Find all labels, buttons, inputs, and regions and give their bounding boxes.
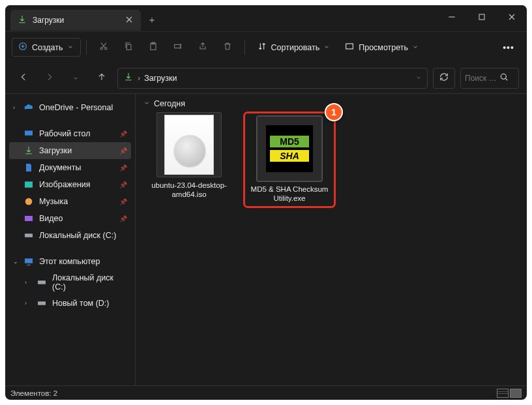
pin-icon: 📌 (119, 147, 127, 155)
svg-rect-15 (25, 258, 33, 263)
sort-button[interactable]: Сортировать (250, 38, 337, 56)
recent-button[interactable] (65, 68, 86, 89)
paste-icon (148, 41, 158, 54)
svg-rect-10 (25, 130, 33, 135)
disk-icon (23, 230, 34, 241)
disk-icon (37, 298, 47, 308)
up-button[interactable] (91, 68, 112, 89)
copy-button[interactable] (117, 37, 140, 58)
item-count: Элементов: 2 (10, 389, 57, 397)
status-bar: Элементов: 2 (5, 385, 527, 400)
chevron-down-icon[interactable] (415, 74, 422, 83)
music-icon (23, 196, 34, 207)
icons-view-button[interactable] (510, 389, 522, 398)
close-icon[interactable] (124, 14, 134, 27)
pin-icon: 📌 (119, 215, 127, 222)
view-label: Просмотреть (359, 43, 408, 52)
sidebar-item-documents[interactable]: Документы 📌 (9, 159, 131, 176)
svg-point-9 (501, 74, 506, 79)
group-label: Сегодня (154, 99, 185, 108)
address-bar[interactable]: › Загрузки (117, 68, 428, 89)
sidebar-item-label: Новый том (D:) (52, 299, 110, 308)
sidebar: › OneDrive - Personal Рабочий стол 📌 Заг… (5, 94, 136, 385)
pin-icon: 📌 (119, 181, 127, 188)
view-toggles (497, 389, 522, 398)
sidebar-item-local-c2[interactable]: › Локальный диск (C:) (9, 270, 131, 295)
chevron-down-icon (67, 43, 74, 52)
chevron-right-icon[interactable]: › (13, 104, 15, 111)
new-button[interactable]: Создать (12, 38, 81, 57)
pictures-icon (23, 179, 34, 190)
back-button[interactable] (13, 68, 34, 89)
svg-rect-7 (174, 44, 180, 48)
chevron-down-icon (323, 43, 330, 52)
search-box[interactable] (460, 68, 519, 89)
paste-button[interactable] (141, 37, 165, 58)
sidebar-item-label: Локальный диск (C:) (39, 231, 116, 240)
tab-downloads[interactable]: Загрузки (10, 10, 141, 31)
sidebar-item-label: Изображения (39, 180, 91, 189)
sidebar-item-label: Видео (39, 214, 63, 223)
sidebar-item-local-c[interactable]: Локальный диск (C:) (9, 227, 131, 244)
exe-icon: MD5 SHA (266, 125, 313, 172)
sidebar-item-music[interactable]: Музыка 📌 (9, 193, 131, 210)
delete-button[interactable] (216, 37, 239, 58)
search-input[interactable] (465, 74, 496, 83)
sidebar-item-new-vol-d[interactable]: › Новый том (D:) (9, 295, 131, 312)
cut-icon (98, 41, 109, 54)
more-button[interactable]: ••• (497, 37, 520, 58)
forward-button[interactable] (39, 68, 60, 89)
rename-button[interactable] (166, 37, 190, 58)
command-toolbar: Создать Сортировать Просмотреть ••• (5, 31, 527, 63)
sidebar-item-pictures[interactable]: Изображения 📌 (9, 176, 131, 193)
chevron-down-icon[interactable]: ⌄ (13, 258, 18, 265)
svg-rect-14 (25, 233, 33, 237)
tab-strip: Загрузки ＋ (5, 6, 437, 31)
view-icon (344, 41, 355, 53)
content-pane[interactable]: Сегодня ubuntu-23.04-desktop-amd64.iso 1… (136, 94, 527, 385)
new-tab-button[interactable]: ＋ (141, 10, 163, 31)
share-icon (198, 41, 208, 54)
sidebar-item-downloads[interactable]: Загрузки 📌 (9, 142, 131, 159)
share-button[interactable] (191, 37, 214, 58)
file-thumbnail (156, 112, 222, 177)
pin-icon: 📌 (119, 164, 127, 172)
sidebar-item-desktop[interactable]: Рабочий стол 📌 (9, 125, 131, 142)
window-controls (437, 5, 527, 31)
annotation-badge: 1 (325, 103, 343, 121)
view-button[interactable]: Просмотреть (338, 38, 425, 56)
rename-icon (173, 41, 183, 54)
sidebar-item-onedrive[interactable]: › OneDrive - Personal (9, 99, 131, 116)
svg-rect-13 (25, 216, 33, 221)
desktop-icon (23, 128, 34, 139)
chevron-right-icon[interactable]: › (25, 279, 27, 286)
svg-rect-8 (346, 44, 353, 49)
svg-rect-0 (479, 14, 484, 20)
file-item[interactable]: ubuntu-23.04-desktop-amd64.iso (143, 112, 235, 207)
title-bar: Загрузки ＋ (5, 5, 527, 31)
svg-rect-16 (38, 280, 46, 284)
cut-button[interactable] (92, 37, 115, 58)
sidebar-item-label: Локальный диск (C:) (52, 273, 127, 292)
maximize-button[interactable] (467, 5, 497, 31)
pin-icon: 📌 (119, 130, 127, 138)
download-icon (23, 145, 34, 156)
minimize-button[interactable] (437, 5, 467, 31)
md5-label: MD5 (270, 136, 309, 147)
file-name: ubuntu-23.04-desktop-amd64.iso (143, 181, 235, 200)
close-window-button[interactable] (497, 5, 527, 31)
refresh-button[interactable] (433, 68, 455, 89)
iso-icon (164, 115, 214, 175)
sidebar-item-videos[interactable]: Видео 📌 (9, 210, 131, 227)
item-grid: ubuntu-23.04-desktop-amd64.iso 1 MD5 SHA… (143, 112, 519, 207)
copy-icon (123, 41, 134, 54)
plus-circle-icon (18, 41, 28, 53)
svg-rect-4 (126, 44, 131, 50)
chevron-right-icon[interactable]: › (25, 300, 27, 307)
search-icon (499, 72, 509, 84)
file-item-selected[interactable]: 1 MD5 SHA MD5 & SHA Checksum Utility.exe (244, 112, 335, 207)
trash-icon (222, 41, 233, 54)
details-view-button[interactable] (497, 389, 509, 398)
pc-icon (23, 256, 34, 267)
sidebar-item-this-pc[interactable]: ⌄ Этот компьютер (9, 253, 131, 270)
